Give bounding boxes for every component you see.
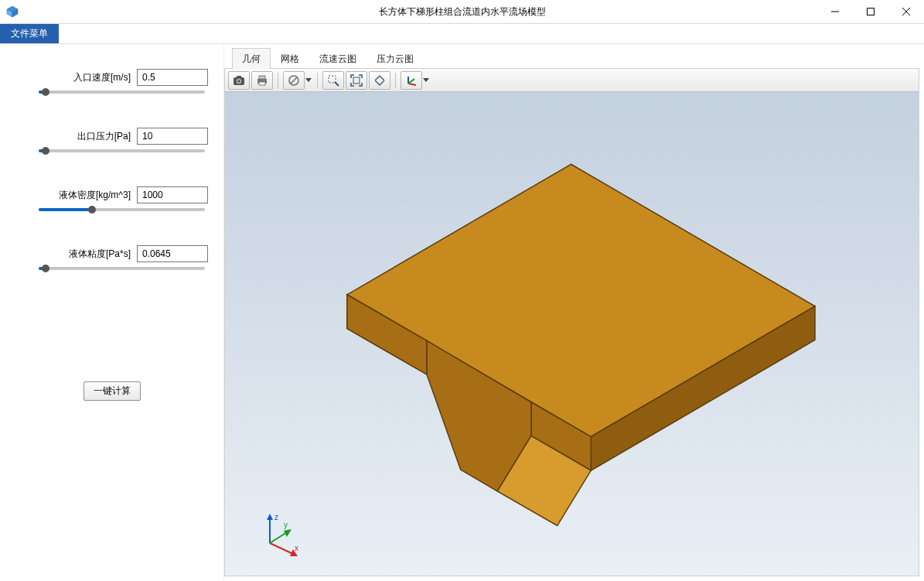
svg-rect-19 (353, 77, 360, 84)
svg-marker-23 (423, 78, 429, 82)
param-input-2[interactable] (137, 186, 208, 203)
viewport-3d[interactable]: z x y (224, 92, 919, 576)
svg-rect-4 (868, 9, 875, 15)
geometry-render (225, 92, 919, 576)
print-icon[interactable] (251, 71, 273, 90)
menubar: 文件菜单 (0, 24, 924, 44)
param-slider-2[interactable] (15, 208, 208, 219)
svg-rect-8 (237, 76, 241, 78)
svg-marker-45 (284, 529, 292, 537)
param-input-1[interactable] (137, 128, 208, 145)
param-input-0[interactable] (137, 69, 208, 86)
toolbar-separator (317, 73, 318, 88)
svg-line-18 (335, 82, 339, 86)
viewport-toolbar (224, 69, 919, 92)
param-group: 出口压力[Pa] (15, 128, 208, 160)
camera-icon[interactable] (228, 71, 250, 90)
tab-3[interactable]: 压力云图 (367, 48, 424, 70)
sidebar: 入口速度[m/s] 出口压力[Pa] 液体密度[kg/m^3] (0, 44, 224, 581)
param-group: 入口速度[m/s] (15, 69, 208, 101)
axis-triad-icon[interactable] (401, 71, 422, 90)
svg-rect-12 (259, 76, 265, 79)
tab-0[interactable]: 几何 (232, 48, 271, 70)
tab-1[interactable]: 网格 (271, 48, 309, 70)
reset-view-icon[interactable] (369, 71, 390, 90)
param-input-3[interactable] (137, 245, 208, 262)
close-button[interactable] (888, 0, 924, 23)
param-label: 液体密度[kg/m^3] (15, 189, 131, 202)
param-label: 出口压力[Pa] (15, 130, 131, 143)
svg-point-10 (237, 80, 240, 83)
axis-x-label: x (295, 544, 298, 552)
toolbar-separator (395, 73, 396, 88)
dropdown-caret-icon[interactable] (422, 71, 430, 90)
zoom-select-icon[interactable] (322, 71, 344, 90)
main: 入口速度[m/s] 出口压力[Pa] 液体密度[kg/m^3] (0, 44, 924, 581)
svg-line-15 (291, 77, 297, 84)
svg-marker-41 (267, 514, 273, 520)
param-group: 液体密度[kg/m^3] (15, 186, 208, 219)
tabstrip: 几何网格流速云图压力云图 (224, 49, 919, 69)
compute-button[interactable]: 一键计算 (84, 381, 141, 401)
svg-line-44 (270, 532, 287, 543)
axis-y-label: y (284, 521, 288, 529)
app-icon (6, 5, 19, 18)
titlebar: 长方体下梯形柱组合流道内水平流场模型 (0, 0, 924, 24)
menu-file[interactable]: 文件菜单 (0, 24, 59, 43)
svg-line-42 (270, 543, 293, 554)
toolbar-separator (278, 73, 278, 88)
svg-rect-17 (329, 76, 336, 83)
param-label: 液体粘度[Pa*s] (15, 248, 131, 261)
param-slider-0[interactable] (15, 91, 208, 101)
fit-view-icon[interactable] (346, 71, 367, 90)
dropdown-caret-icon[interactable] (305, 71, 312, 90)
tab-2[interactable]: 流速云图 (309, 48, 367, 70)
compute-button-label: 一键计算 (94, 385, 131, 396)
maximize-button[interactable] (853, 0, 888, 23)
axis-triad: z x y (256, 511, 302, 557)
svg-rect-13 (259, 82, 265, 85)
param-group: 液体粘度[Pa*s] (15, 245, 208, 278)
param-slider-3[interactable] (15, 267, 208, 278)
svg-marker-16 (305, 78, 312, 82)
svg-line-22 (408, 79, 414, 84)
minimize-button[interactable] (817, 0, 853, 23)
window-buttons (817, 0, 924, 23)
cancel-icon[interactable] (283, 71, 305, 90)
rightpane: 几何网格流速云图压力云图 (224, 44, 924, 581)
param-slider-1[interactable] (15, 149, 208, 160)
svg-line-21 (408, 84, 416, 85)
window-title: 长方体下梯形柱组合流道内水平流场模型 (379, 5, 546, 19)
menu-file-label: 文件菜单 (11, 27, 48, 40)
param-label: 入口速度[m/s] (15, 71, 131, 84)
axis-z-label: z (274, 513, 278, 521)
